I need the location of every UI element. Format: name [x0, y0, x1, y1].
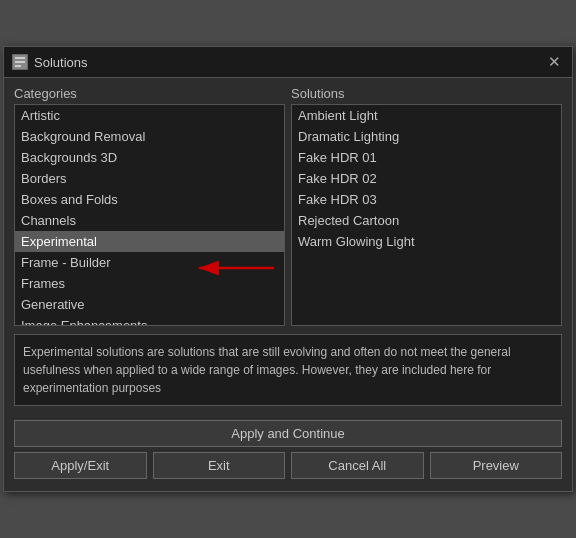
- categories-panel: Categories Artistic Background Removal B…: [14, 86, 285, 326]
- title-bar: Solutions ✕: [4, 47, 572, 78]
- list-item[interactable]: Fake HDR 01: [292, 147, 561, 168]
- content-area: Categories Artistic Background Removal B…: [4, 78, 572, 491]
- apply-continue-button[interactable]: Apply and Continue: [14, 420, 562, 447]
- cancel-all-button[interactable]: Cancel All: [291, 452, 424, 479]
- svg-rect-1: [15, 57, 25, 59]
- list-item[interactable]: Warm Glowing Light: [292, 231, 561, 252]
- list-item[interactable]: Dramatic Lighting: [292, 126, 561, 147]
- list-item[interactable]: Boxes and Folds: [15, 189, 284, 210]
- solutions-label: Solutions: [291, 86, 562, 101]
- list-item[interactable]: Generative: [15, 294, 284, 315]
- main-window: Solutions ✕ Categories Artistic Backgrou…: [3, 46, 573, 492]
- buttons-area: Apply and Continue Apply/Exit Exit Cance…: [14, 414, 562, 483]
- list-item[interactable]: Backgrounds 3D: [15, 147, 284, 168]
- list-item[interactable]: Channels: [15, 210, 284, 231]
- panels-wrapper: Categories Artistic Background Removal B…: [14, 86, 562, 326]
- list-item[interactable]: Image Enhancements: [15, 315, 284, 326]
- window-title: Solutions: [34, 55, 87, 70]
- apply-exit-button[interactable]: Apply/Exit: [14, 452, 147, 479]
- list-item[interactable]: Borders: [15, 168, 284, 189]
- apply-continue-row: Apply and Continue: [14, 420, 562, 447]
- svg-rect-2: [15, 61, 25, 63]
- categories-label: Categories: [14, 86, 285, 101]
- close-button[interactable]: ✕: [544, 52, 564, 72]
- bottom-buttons-row: Apply/Exit Exit Cancel All Preview: [14, 452, 562, 479]
- list-item-experimental[interactable]: Experimental: [15, 231, 284, 252]
- window-icon: [12, 54, 28, 70]
- list-item[interactable]: Frame - Builder: [15, 252, 284, 273]
- solutions-panel: Solutions Ambient Light Dramatic Lightin…: [291, 86, 562, 326]
- description-box: Experimental solutions are solutions tha…: [14, 334, 562, 406]
- preview-button[interactable]: Preview: [430, 452, 563, 479]
- list-item[interactable]: Background Removal: [15, 126, 284, 147]
- panels-row: Categories Artistic Background Removal B…: [14, 86, 562, 326]
- list-item[interactable]: Fake HDR 02: [292, 168, 561, 189]
- exit-button[interactable]: Exit: [153, 452, 286, 479]
- list-item[interactable]: Frames: [15, 273, 284, 294]
- svg-rect-3: [15, 65, 21, 67]
- list-item[interactable]: Fake HDR 03: [292, 189, 561, 210]
- solutions-list[interactable]: Ambient Light Dramatic Lighting Fake HDR…: [291, 104, 562, 326]
- list-item[interactable]: Artistic: [15, 105, 284, 126]
- list-item[interactable]: Ambient Light: [292, 105, 561, 126]
- description-text: Experimental solutions are solutions tha…: [23, 345, 511, 395]
- list-item[interactable]: Rejected Cartoon: [292, 210, 561, 231]
- categories-list[interactable]: Artistic Background Removal Backgrounds …: [14, 104, 285, 326]
